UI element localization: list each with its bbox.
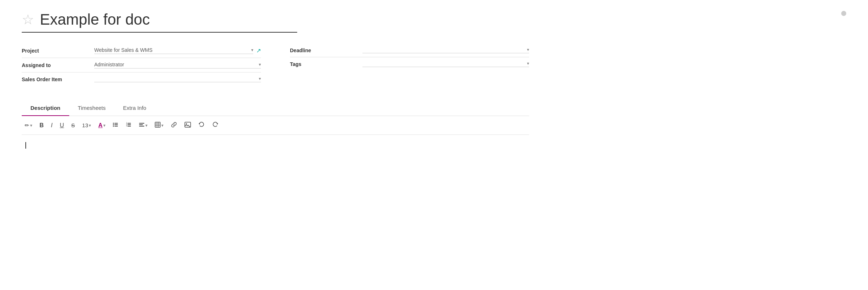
ordered-list-button[interactable]: 1 2 3 [123,120,134,130]
font-size-value: 13 [82,122,88,128]
tabs-container: Description Timesheets Extra Info [22,100,529,116]
bullet-list-icon [113,122,119,129]
assigned-to-select[interactable]: Administrator ▾ [94,62,261,69]
alignment-icon [139,122,145,129]
sales-order-item-field-row: Sales Order Item ▾ [22,72,261,86]
project-chevron-icon: ▾ [251,47,253,53]
svg-rect-15 [155,122,160,127]
right-fields: Deadline ▾ Tags ▾ [290,44,529,86]
font-color-dropdown-icon: ▾ [103,123,105,128]
title-section: ☆ Example for doc [22,11,846,28]
svg-rect-8 [128,126,131,127]
image-button[interactable] [182,120,194,131]
svg-rect-14 [139,126,144,127]
project-value: Website for Sales & WMS [94,47,249,53]
assigned-to-value-container: Administrator ▾ [94,62,261,69]
bullet-list-button[interactable] [110,120,121,130]
sales-order-item-chevron-icon: ▾ [259,76,261,81]
font-color-button[interactable]: A ▾ [95,120,108,130]
strikethrough-button[interactable]: S [68,120,78,130]
bold-icon: B [40,122,44,129]
undo-button[interactable] [195,120,208,131]
svg-rect-12 [139,123,144,124]
bold-button[interactable]: B [37,120,47,130]
tags-value-container: ▾ [362,61,529,67]
table-icon [155,122,161,129]
ordered-list-icon: 1 2 3 [126,122,132,129]
project-external-link-icon[interactable]: ↗ [256,47,261,54]
redo-button[interactable] [209,120,221,131]
sales-order-item-label: Sales Order Item [22,76,94,82]
svg-point-5 [113,126,114,127]
project-field-row: Project Website for Sales & WMS ▾ ↗ [22,44,261,58]
alignment-dropdown-icon: ▾ [145,123,148,128]
tab-extra-info[interactable]: Extra Info [115,100,155,116]
deadline-label: Deadline [290,47,362,53]
sales-order-item-value-container: ▾ [94,76,261,82]
text-cursor [25,142,26,149]
font-size-dropdown-icon: ▾ [89,123,91,128]
italic-icon: I [51,122,53,129]
format-brush-dropdown-icon: ▾ [30,123,32,128]
format-brush-icon: ✏ [25,122,29,129]
editor-area[interactable] [22,135,529,207]
assigned-to-field-row: Assigned to Administrator ▾ [22,58,261,72]
deadline-field-row: Deadline ▾ [290,44,529,57]
tags-chevron-icon: ▾ [527,61,529,66]
deadline-select[interactable]: ▾ [362,47,529,53]
svg-rect-6 [128,123,131,124]
italic-button[interactable]: I [48,120,55,130]
table-button[interactable]: ▾ [152,120,166,130]
sales-order-item-select[interactable]: ▾ [94,76,261,82]
format-brush-button[interactable]: ✏ ▾ [22,120,35,130]
project-label: Project [22,48,94,54]
svg-rect-2 [115,126,118,127]
assigned-to-value: Administrator [94,62,257,67]
tags-select[interactable]: ▾ [362,61,529,67]
table-dropdown-icon: ▾ [161,123,163,128]
font-color-icon: A [98,122,103,129]
underline-button[interactable]: U [57,120,67,130]
deadline-chevron-icon: ▾ [527,47,529,52]
svg-text:3: 3 [126,125,127,127]
font-size-button[interactable]: 13 ▾ [79,120,94,130]
fields-section: Project Website for Sales & WMS ▾ ↗ Assi… [22,44,529,86]
link-button[interactable] [168,120,180,131]
assigned-to-label: Assigned to [22,62,94,68]
image-icon [184,121,191,129]
link-icon [171,121,177,129]
tags-label: Tags [290,61,362,67]
svg-point-4 [113,124,114,125]
underline-icon: U [60,122,64,129]
project-select[interactable]: Website for Sales & WMS ▾ [94,47,253,54]
svg-rect-7 [128,124,131,125]
tab-timesheets[interactable]: Timesheets [69,100,115,116]
title-divider [22,32,297,33]
page-title: Example for doc [40,11,150,28]
tags-field-row: Tags ▾ [290,57,529,71]
svg-point-3 [113,123,114,124]
svg-rect-0 [115,123,118,124]
tab-description[interactable]: Description [22,100,69,116]
deadline-value-container: ▾ [362,47,529,53]
undo-icon [198,121,205,129]
strikethrough-icon: S [71,122,75,128]
editor-toolbar: ✏ ▾ B I U S 13 ▾ A ▾ [22,116,529,135]
alignment-button[interactable]: ▾ [136,120,150,130]
redo-icon [212,121,219,129]
svg-rect-1 [115,124,118,125]
status-dot [841,11,846,16]
favorite-star-icon[interactable]: ☆ [22,13,34,26]
svg-point-21 [186,123,187,124]
svg-rect-13 [139,124,143,125]
left-fields: Project Website for Sales & WMS ▾ ↗ Assi… [22,44,261,86]
assigned-to-chevron-icon: ▾ [259,62,261,67]
project-value-container: Website for Sales & WMS ▾ ↗ [94,47,261,54]
